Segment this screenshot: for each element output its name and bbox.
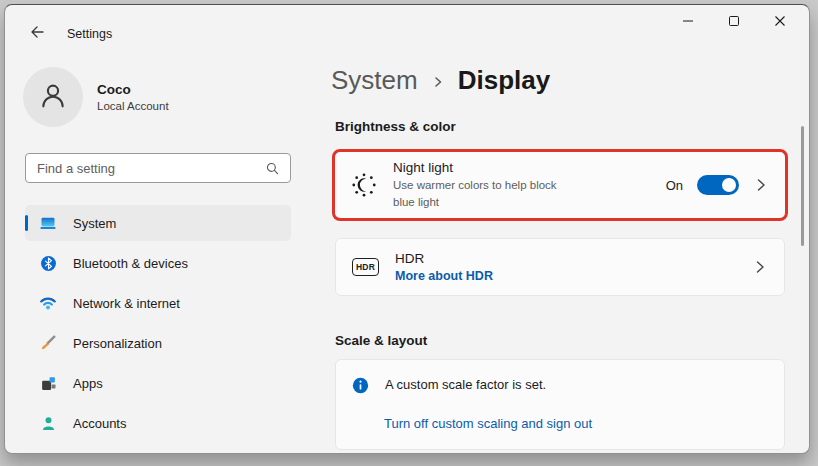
maximize-button[interactable] (711, 5, 757, 41)
minimize-button[interactable] (665, 5, 711, 41)
back-button[interactable] (23, 21, 51, 47)
person-icon (36, 78, 70, 116)
breadcrumb-system[interactable]: System (331, 65, 418, 96)
night-light-title: Night light (393, 160, 557, 175)
user-name: Coco (97, 82, 169, 97)
section-brightness-color: Brightness & color (335, 119, 456, 134)
vertical-scrollbar[interactable] (801, 126, 804, 246)
sidebar-item-label: Bluetooth & devices (73, 256, 188, 271)
user-account-chip[interactable]: Coco Local Account (23, 65, 303, 129)
info-icon (352, 377, 369, 394)
window-title: Settings (67, 27, 112, 41)
sidebar-item-apps[interactable]: Apps (25, 365, 291, 401)
custom-scale-notice-card: A custom scale factor is set. Turn off c… (335, 359, 785, 450)
hdr-icon: HDR (352, 258, 379, 276)
search-box (25, 153, 291, 183)
accounts-icon (39, 414, 57, 432)
settings-window: Settings Coco Local Account (4, 4, 810, 454)
sidebar-item-network-internet[interactable]: Network & internet (25, 285, 291, 321)
scale-notice-message: A custom scale factor is set. (385, 377, 546, 392)
apps-icon (39, 374, 57, 392)
sidebar-item-label: Apps (73, 376, 103, 391)
back-arrow-icon (29, 24, 45, 44)
hdr-setting-card[interactable]: HDR HDR More about HDR (335, 238, 785, 296)
sidebar-item-label: Personalization (73, 336, 162, 351)
close-button[interactable] (757, 5, 803, 41)
section-scale-layout: Scale & layout (335, 333, 427, 348)
sidebar-item-accounts[interactable]: Accounts (25, 405, 291, 441)
page-title: Display (458, 65, 551, 96)
paintbrush-icon (39, 334, 57, 352)
wifi-icon (39, 294, 57, 312)
search-input[interactable] (26, 161, 265, 176)
toggle-knob (722, 178, 736, 192)
sidebar-item-system[interactable]: System (25, 205, 291, 241)
chevron-right-icon (432, 76, 444, 88)
night-light-icon (351, 172, 377, 198)
night-light-toggle[interactable] (697, 175, 739, 195)
chevron-right-icon (752, 259, 768, 275)
breadcrumb: System Display (331, 65, 550, 96)
night-light-toggle-state: On (666, 178, 683, 193)
chevron-right-icon (753, 177, 769, 193)
more-about-hdr-link[interactable]: More about HDR (395, 269, 493, 283)
titlebar: Settings (5, 5, 809, 53)
system-icon (39, 214, 57, 232)
night-light-setting-card[interactable]: Night light Use warmer colors to help bl… (332, 149, 788, 221)
search-icon (265, 161, 280, 176)
night-light-description-line1: Use warmer colors to help block (393, 177, 557, 194)
sidebar-item-label: Accounts (73, 416, 126, 431)
sidebar-item-personalization[interactable]: Personalization (25, 325, 291, 361)
sidebar-item-bluetooth-devices[interactable]: Bluetooth & devices (25, 245, 291, 281)
sidebar-item-label: System (73, 216, 116, 231)
bluetooth-icon (39, 254, 57, 272)
minimize-icon (681, 14, 695, 32)
sidebar-item-label: Network & internet (73, 296, 180, 311)
turn-off-custom-scaling-link[interactable]: Turn off custom scaling and sign out (384, 416, 592, 431)
hdr-title: HDR (395, 251, 493, 266)
avatar (23, 67, 83, 127)
sidebar-nav: System Bluetooth & devices Network & int… (25, 205, 291, 445)
maximize-icon (727, 14, 741, 32)
user-account-type: Local Account (97, 100, 169, 112)
night-light-description-line2: blue light (393, 194, 557, 211)
close-icon (773, 14, 787, 32)
